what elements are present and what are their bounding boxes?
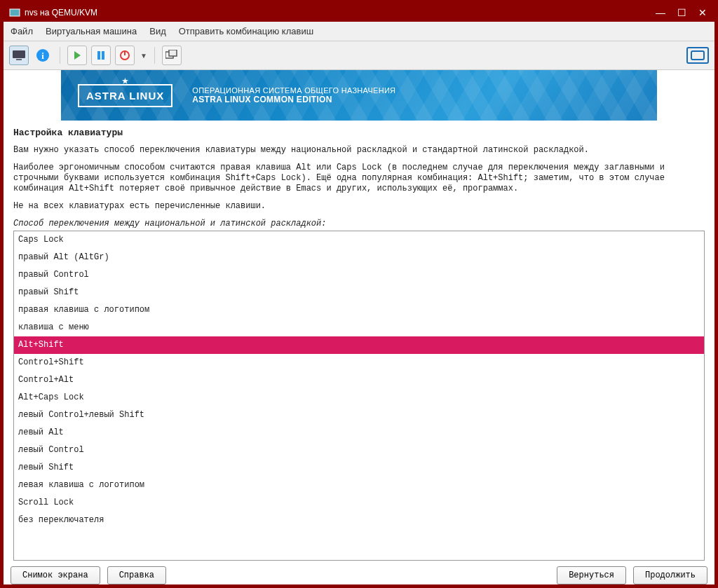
menu-virtual-machine[interactable]: Виртуальная машина xyxy=(46,26,137,36)
title-bar: nvs на QEMU/KVM — ☐ ✕ xyxy=(4,4,714,22)
maximize-button[interactable]: ☐ xyxy=(675,6,688,19)
list-item[interactable]: Alt+Shift xyxy=(14,336,704,354)
console-button[interactable] xyxy=(9,46,29,65)
paragraph-2: Наиболее эргономичным способом считаются… xyxy=(13,163,705,194)
svg-text:i: i xyxy=(41,50,44,61)
menu-bar: Файл Виртуальная машина Вид Отправить ко… xyxy=(4,22,714,41)
continue-button[interactable]: Продолжить xyxy=(633,566,707,584)
list-item[interactable]: правый Shift xyxy=(14,284,704,301)
astra-banner: ASTRA LINUX ОПЕРАЦИОННАЯ СИСТЕМА ОБЩЕГО … xyxy=(61,70,657,121)
svg-rect-11 xyxy=(169,50,177,56)
list-item[interactable]: Alt+Caps Lock xyxy=(14,389,704,406)
list-item[interactable]: правая клавиша с логотипом xyxy=(14,301,704,319)
svg-rect-7 xyxy=(102,51,104,60)
toolbar-separator xyxy=(154,47,155,64)
svg-rect-0 xyxy=(10,9,20,16)
svg-rect-2 xyxy=(16,59,22,60)
vm-display: ASTRA LINUX ОПЕРАЦИОННАЯ СИСТЕМА ОБЩЕГО … xyxy=(4,70,714,584)
list-heading: Способ переключения между национальной и… xyxy=(13,219,705,228)
banner-subtitle: ОПЕРАЦИОННАЯ СИСТЕМА ОБЩЕГО НАЗНАЧЕНИЯ xyxy=(192,86,395,95)
list-item[interactable]: без переключателя xyxy=(14,512,704,529)
info-button[interactable]: i xyxy=(33,46,53,65)
play-button[interactable] xyxy=(67,46,87,65)
close-button[interactable]: ✕ xyxy=(696,6,709,19)
page-title: Настройка клавиатуры xyxy=(13,128,705,138)
paragraph-1: Вам нужно указать способ переключения кл… xyxy=(13,145,705,156)
menu-view[interactable]: Вид xyxy=(149,26,166,36)
list-item[interactable]: Scroll Lock xyxy=(14,494,704,512)
button-bar: Снимок экрана Справка Вернуться Продолжи… xyxy=(4,561,714,584)
paragraph-3: Не на всех клавиатурах есть перечисленны… xyxy=(13,201,705,212)
help-button[interactable]: Справка xyxy=(107,566,166,584)
back-button[interactable]: Вернуться xyxy=(557,566,626,584)
list-item[interactable]: левый Alt xyxy=(14,424,704,442)
list-item[interactable]: левый Control xyxy=(14,442,704,459)
app-icon xyxy=(9,7,20,18)
menu-send-keys[interactable]: Отправить комбинацию клавиш xyxy=(179,26,313,36)
power-button[interactable] xyxy=(115,46,135,65)
svg-marker-5 xyxy=(74,51,81,60)
snapshots-button[interactable] xyxy=(162,46,182,65)
toolbar: i ▼ xyxy=(4,41,714,70)
layout-switch-listbox[interactable]: Caps Lockправый Alt (AltGr)правый Contro… xyxy=(13,231,705,561)
installer-body: Настройка клавиатуры Вам нужно указать с… xyxy=(4,121,714,561)
pause-button[interactable] xyxy=(91,46,111,65)
banner-edition: ASTRA LINUX COMMON EDITION xyxy=(192,95,395,104)
toolbar-separator xyxy=(60,47,60,64)
list-item[interactable]: правый Alt (AltGr) xyxy=(14,249,704,266)
list-item[interactable]: левый Control+левый Shift xyxy=(14,406,704,424)
list-item[interactable]: левая клавиша с логотипом xyxy=(14,477,704,494)
list-item[interactable]: правый Control xyxy=(14,266,704,284)
astra-logo: ASTRA LINUX xyxy=(78,84,172,107)
list-item[interactable]: левый Shift xyxy=(14,459,704,477)
list-item[interactable]: клавиша с меню xyxy=(14,319,704,336)
list-item[interactable]: Control+Shift xyxy=(14,354,704,371)
power-dropdown-icon[interactable]: ▼ xyxy=(140,52,147,60)
fullscreen-button[interactable] xyxy=(686,47,709,64)
window-title: nvs на QEMU/KVM xyxy=(25,8,654,18)
minimize-button[interactable]: — xyxy=(654,6,667,19)
list-item[interactable]: Control+Alt xyxy=(14,371,704,389)
menu-file[interactable]: Файл xyxy=(11,26,33,36)
svg-rect-1 xyxy=(13,50,25,58)
svg-rect-12 xyxy=(691,51,704,60)
svg-rect-6 xyxy=(97,51,100,60)
list-item[interactable]: Caps Lock xyxy=(14,231,704,249)
screenshot-button[interactable]: Снимок экрана xyxy=(11,566,100,584)
